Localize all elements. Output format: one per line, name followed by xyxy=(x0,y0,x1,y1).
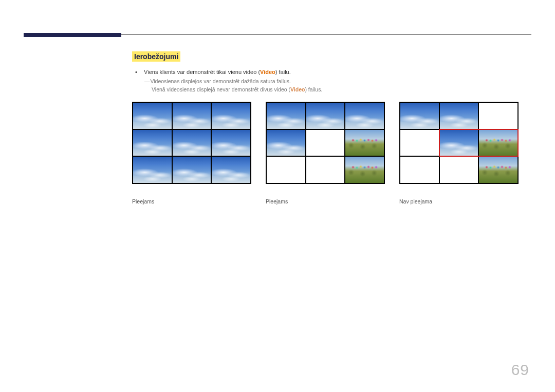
tile xyxy=(173,103,211,129)
sub2-suffix: ) failus. xyxy=(305,86,322,92)
videowall-grid-3 xyxy=(399,102,519,184)
header-accent-bar xyxy=(24,33,121,37)
sub2-prefix: Vienā videosienas displejā nevar demonst… xyxy=(152,86,290,92)
tile-blank xyxy=(267,157,305,183)
figure-1: Pieejams xyxy=(132,102,251,204)
tile-blank xyxy=(306,157,345,183)
figure-caption: Pieejams xyxy=(132,198,251,204)
sub2-bold: Video xyxy=(290,86,305,92)
videowall-grid-2 xyxy=(266,102,385,184)
tile xyxy=(267,130,305,156)
tile xyxy=(440,103,478,129)
tile-blank xyxy=(400,130,439,156)
tile-field xyxy=(345,157,384,183)
sub-item-1: Videosienas displejos var demonstrēt daž… xyxy=(144,77,531,86)
tile xyxy=(306,103,345,129)
figure-3: Nav pieejama xyxy=(399,102,519,204)
sub-list: Videosienas displejos var demonstrēt daž… xyxy=(144,77,531,95)
tile xyxy=(133,103,172,129)
tile-field xyxy=(345,130,384,156)
figure-caption: Pieejams xyxy=(266,198,385,204)
figure-caption: Nav pieejama xyxy=(399,198,519,204)
grid-wrap-1 xyxy=(132,102,251,184)
tile xyxy=(212,130,250,156)
tile xyxy=(173,130,211,156)
bullet-list: Viens klients var demonstrēt tikai vienu… xyxy=(132,68,531,94)
tile xyxy=(133,157,172,183)
bullet-text-suffix: ) failu. xyxy=(275,69,291,75)
tile-blank xyxy=(440,157,478,183)
tile xyxy=(345,103,384,129)
page-number: 69 xyxy=(511,361,529,379)
figure-2: Pieejams xyxy=(266,102,385,204)
grid-wrap-2 xyxy=(266,102,385,184)
bullet-text-prefix: Viens klients var demonstrēt tikai vienu… xyxy=(144,69,260,75)
tile xyxy=(212,103,250,129)
sub-item-2: Vienā videosienas displejā nevar demonst… xyxy=(144,85,531,94)
figure-row: Pieejams Pieejams xyxy=(132,102,519,204)
tile xyxy=(212,157,250,183)
bullet-item: Viens klients var demonstrēt tikai vienu… xyxy=(132,68,531,94)
tile xyxy=(267,103,305,129)
tile xyxy=(173,157,211,183)
grid-wrap-3 xyxy=(399,102,519,184)
videowall-grid-1 xyxy=(132,102,251,184)
tile-blank xyxy=(400,157,439,183)
tile-blank xyxy=(479,103,517,129)
sub-item-1-text: Videosienas displejos var demonstrēt daž… xyxy=(150,78,291,84)
tile xyxy=(400,103,439,129)
tile xyxy=(440,130,478,156)
tile-field xyxy=(479,157,517,183)
bullet-bold-word: Video xyxy=(260,69,275,75)
section-heading: Ierobežojumi xyxy=(132,51,180,62)
tile-field xyxy=(479,130,517,156)
content-area: Ierobežojumi Viens klients var demonstrē… xyxy=(132,51,531,94)
tile xyxy=(133,130,172,156)
tile-blank xyxy=(306,130,345,156)
